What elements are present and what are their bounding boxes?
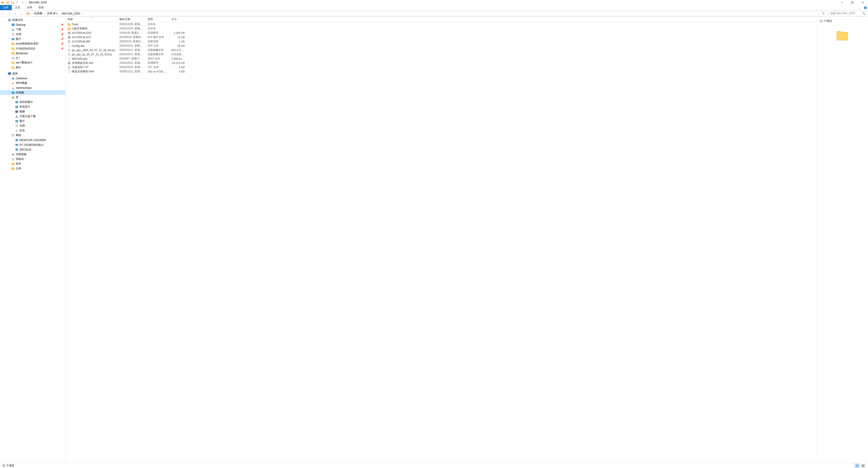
tree-item[interactable]: 回收站 [0, 157, 65, 161]
search-input[interactable]: 搜索"Win7x64_2020" 🔍 [829, 11, 867, 16]
chevron-right-icon[interactable]: › [81, 12, 84, 15]
file-row[interactable]: AUTORUN.EXE2016/1/8, 星期五 04:...应用程序1,926… [66, 31, 816, 35]
tree-item[interactable]: 桌面 [0, 71, 65, 76]
nav-forward-button[interactable]: → [7, 11, 12, 16]
refresh-button[interactable]: ↻ [821, 12, 826, 15]
chevron-right-icon[interactable]: › [43, 12, 46, 15]
tree-item[interactable]: 文件 [0, 166, 65, 171]
tree-item[interactable]: 软件 [0, 161, 65, 166]
file-name: 光盘说明.TXT [72, 65, 89, 69]
tree-item[interactable]: 控制面板 [0, 152, 65, 157]
address-bar[interactable]: › 此电脑 › 文档 (E:) › Win7x64_2020 › ⌄ ↻ [25, 11, 827, 16]
file-type: 文件夹 [146, 22, 169, 26]
column-name[interactable]: 名称▴ [66, 17, 118, 22]
tree-item[interactable]: WPS网盘 [0, 81, 65, 86]
svg-rect-60 [13, 134, 14, 135]
tree-item[interactable]: 图片📌 [0, 37, 65, 41]
tree-item[interactable]: PC-20190530OBLA [0, 143, 65, 147]
nav-back-button[interactable]: ← [1, 11, 6, 16]
view-details-button[interactable] [855, 464, 860, 468]
tree-item[interactable]: 图片 [0, 65, 65, 70]
properties-icon[interactable] [6, 1, 9, 4]
tree-item[interactable]: 快速访问 [0, 18, 65, 22]
file-row[interactable]: 硬盘安装教程.html2016/11/21, 星期一 2...360 se HT… [66, 69, 816, 74]
search-icon[interactable]: 🔍 [862, 12, 866, 15]
svg-point-69 [12, 154, 13, 155]
svg-rect-25 [12, 48, 13, 48]
svg-rect-75 [12, 167, 13, 168]
column-type[interactable]: 类型 [146, 17, 169, 22]
tree-item[interactable]: OneDrive [0, 76, 65, 81]
tree-item[interactable]: Desktop📌 [0, 22, 65, 27]
tree-item-label: 下载 [16, 28, 60, 31]
nav-recent-dropdown[interactable]: ▾ [13, 11, 18, 16]
svg-point-93 [68, 62, 70, 64]
file-row[interactable]: 本地硬盘安装.exe2020/10/12, 星期一 1...应用程序28,315… [66, 61, 816, 65]
file-row[interactable]: pe_yqs_1064_20_07_31_16_04.iso2020/10/12… [66, 48, 816, 52]
new-folder-icon[interactable]: ✦ [11, 1, 14, 4]
tree-item[interactable]: YUNQISHI2019📌 [0, 46, 65, 51]
tree-item[interactable]: 本机照片 [0, 104, 65, 109]
tree-item[interactable]: 文档📌 [0, 32, 65, 37]
file-row[interactable]: AUTORUN.ICO2015/5/10, 星期日 02...ICO 图片文件1… [66, 35, 816, 39]
control-icon [11, 153, 15, 156]
ribbon-expand-icon[interactable]: ⌄ [857, 5, 863, 10]
undo-icon[interactable]: ↶ [16, 1, 20, 4]
tree-item[interactable]: 音乐 [0, 128, 65, 133]
file-row[interactable]: pe_yqs_xp_20_07_31_15_53.iso2020/10/12, … [66, 52, 816, 57]
tree-item[interactable]: 保存的图片 [0, 100, 65, 104]
tree-item[interactable]: 天翼云盘下载 [0, 114, 65, 119]
tree-item-label: 网络 [16, 133, 64, 137]
file-row[interactable]: AUTORUN.INF2015/5/10, 星期日 02...安装信息1 KB [66, 39, 816, 44]
file-type: GHO 文件 [146, 57, 169, 61]
tab-view[interactable]: 查看 [35, 5, 47, 10]
file-row[interactable]: Tools2020/12/25, 星期五 1...文件夹 [66, 22, 816, 27]
svg-text:?: ? [864, 6, 866, 9]
tree-item[interactable]: 下载📌 [0, 27, 65, 32]
tree-item[interactable]: 文档 [0, 123, 65, 128]
tab-share[interactable]: 共享 [24, 5, 35, 10]
tab-home[interactable]: 主页 [12, 5, 24, 10]
tree-item[interactable]: Administrator [0, 86, 65, 90]
folder-icon [26, 12, 30, 15]
address-dropdown-icon[interactable]: ⌄ [816, 12, 820, 15]
separator [26, 1, 26, 4]
tree-item[interactable]: win7重装win7 [0, 60, 65, 65]
tree-item[interactable]: 网络 [0, 133, 65, 138]
column-date[interactable]: 修改日期 [118, 17, 146, 22]
qat-dropdown-icon[interactable]: ▾ [21, 1, 24, 4]
file-row[interactable]: Config.dat2020/10/12, 星期一 1...DAT 文件36 K… [66, 44, 816, 48]
file-row[interactable]: 光盘说明.TXT2016/10/23, 星期日 0...TXT 文件5 KB [66, 65, 816, 69]
tree-item[interactable]: 图片 [0, 119, 65, 123]
chevron-right-icon[interactable]: › [58, 12, 61, 15]
breadcrumb-item[interactable]: 此电脑 [34, 11, 43, 15]
maximize-button[interactable] [847, 0, 858, 5]
tree-item[interactable]: Bandicam [0, 51, 65, 56]
tree-item[interactable]: G:\ [0, 56, 65, 60]
tree-item[interactable]: DESKTOP-LSSOEDP [0, 138, 65, 143]
tree-item[interactable]: 视频 [0, 109, 65, 114]
file-row[interactable]: U盘安装教程2020/12/25, 星期五 1...文件夹 [66, 27, 816, 31]
help-button[interactable]: ? [863, 5, 868, 10]
tab-file[interactable]: 文件 [0, 5, 12, 10]
column-size[interactable]: 大小 [169, 17, 186, 22]
navigation-tree[interactable]: 快速访问Desktop📌下载📌文档📌图片📌excel表格制作求和📌YUNQISH… [0, 17, 66, 463]
tree-item[interactable]: ZMT2019 [0, 147, 65, 152]
nav-up-button[interactable]: ↑ [19, 11, 24, 16]
tree-item[interactable]: 库 [0, 95, 65, 100]
svg-rect-61 [13, 136, 13, 136]
close-button[interactable] [858, 0, 868, 5]
tree-item[interactable]: 此电脑 [0, 90, 65, 95]
breadcrumb-item[interactable]: 文档 (E:) [46, 11, 58, 15]
minimize-button[interactable] [837, 0, 847, 5]
file-date: 2020/10/12, 星期一 1... [118, 61, 146, 65]
chevron-right-icon[interactable]: › [31, 12, 33, 15]
tree-item[interactable]: excel表格制作求和📌 [0, 41, 65, 46]
view-large-icons-button[interactable] [860, 464, 866, 468]
tree-item-label: win7重装win7 [16, 61, 64, 65]
breadcrumb-item[interactable]: Win7x64_2020 [61, 12, 81, 15]
file-date: 2020/10/12, 星期一 1... [118, 44, 146, 48]
file-list[interactable]: Tools2020/12/25, 星期五 1...文件夹U盘安装教程2020/1… [66, 22, 816, 463]
svg-rect-42 [12, 97, 13, 99]
file-row[interactable]: Win7x64.gho2019/9/7, 星期六 19:...GHO 文件2,9… [66, 57, 816, 61]
